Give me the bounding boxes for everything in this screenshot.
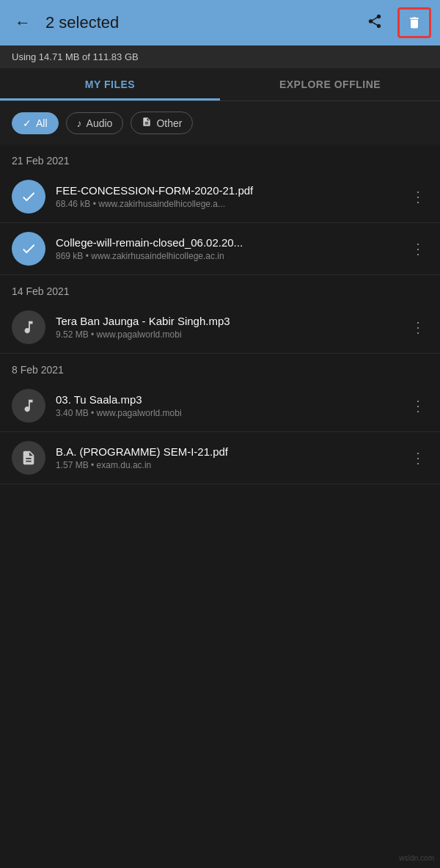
back-button[interactable]: ←: [9, 7, 37, 38]
filter-audio[interactable]: ♪ Audio: [66, 112, 124, 134]
file-meta: 68.46 kB • www.zakirhusaindelhicollege.a…: [56, 199, 397, 209]
filter-row: ✓ All ♪ Audio Other: [0, 101, 440, 145]
section-header-feb14: 14 Feb 2021: [0, 275, 440, 302]
file-avatar-selected: [12, 232, 45, 266]
delete-button[interactable]: [397, 7, 431, 38]
tab-my-files[interactable]: MY FILES: [0, 68, 220, 101]
file-info: B.A. (PROGRAMME) SEM-I-21.pdf 1.57 MB • …: [56, 445, 397, 470]
file-item[interactable]: Tera Ban Jaunga - Kabir Singh.mp3 9.52 M…: [0, 302, 440, 354]
file-name: Tera Ban Jaunga - Kabir Singh.mp3: [56, 315, 397, 327]
watermark: wsIdn.com: [399, 854, 434, 862]
more-options-button[interactable]: ⋮: [408, 313, 428, 342]
filter-other[interactable]: Other: [131, 112, 193, 134]
section-header-feb21: 21 Feb 2021: [0, 145, 440, 171]
more-options-button[interactable]: ⋮: [408, 234, 428, 263]
filter-all[interactable]: ✓ All: [12, 112, 59, 134]
file-avatar-doc: [12, 441, 45, 475]
section-header-feb8: 8 Feb 2021: [0, 354, 440, 380]
doc-icon: [142, 117, 152, 129]
file-name: College-will-remain-closed_06.02.20...: [56, 236, 397, 249]
file-info: 03. Tu Saala.mp3 3.40 MB • www.pagalworl…: [56, 393, 397, 418]
audio-icon: ♪: [77, 117, 82, 129]
file-meta: 1.57 MB • exam.du.ac.in: [56, 460, 397, 470]
more-options-button[interactable]: ⋮: [408, 391, 428, 420]
storage-info: Using 14.71 MB of 111.83 GB: [0, 45, 440, 68]
tab-bar: MY FILES EXPLORE OFFLINE: [0, 68, 440, 101]
share-button[interactable]: [361, 7, 389, 39]
file-avatar-selected: [12, 180, 45, 214]
more-options-button[interactable]: ⋮: [408, 443, 428, 473]
file-avatar-audio: [12, 310, 45, 344]
file-item[interactable]: B.A. (PROGRAMME) SEM-I-21.pdf 1.57 MB • …: [0, 432, 440, 484]
file-info: College-will-remain-closed_06.02.20... 8…: [56, 236, 397, 261]
file-item[interactable]: FEE-CONCESSION-FORM-2020-21.pdf 68.46 kB…: [0, 171, 440, 223]
app-header: ← 2 selected: [0, 0, 440, 45]
file-avatar-audio: [12, 389, 45, 423]
file-meta: 3.40 MB • www.pagalworld.mobi: [56, 408, 397, 418]
header-title: 2 selected: [45, 13, 352, 32]
checkmark-icon: ✓: [23, 117, 32, 129]
file-item[interactable]: College-will-remain-closed_06.02.20... 8…: [0, 223, 440, 275]
file-name: B.A. (PROGRAMME) SEM-I-21.pdf: [56, 445, 397, 458]
tab-explore-offline[interactable]: EXPLORE OFFLINE: [220, 68, 440, 101]
more-options-button[interactable]: ⋮: [408, 182, 428, 211]
file-name: FEE-CONCESSION-FORM-2020-21.pdf: [56, 184, 397, 197]
file-item[interactable]: 03. Tu Saala.mp3 3.40 MB • www.pagalworl…: [0, 380, 440, 432]
file-name: 03. Tu Saala.mp3: [56, 393, 397, 406]
file-meta: 869 kB • www.zakirhusaindelhicollege.ac.…: [56, 251, 397, 261]
file-info: Tera Ban Jaunga - Kabir Singh.mp3 9.52 M…: [56, 315, 397, 340]
file-meta: 9.52 MB • www.pagalworld.mobi: [56, 329, 397, 340]
file-info: FEE-CONCESSION-FORM-2020-21.pdf 68.46 kB…: [56, 184, 397, 209]
